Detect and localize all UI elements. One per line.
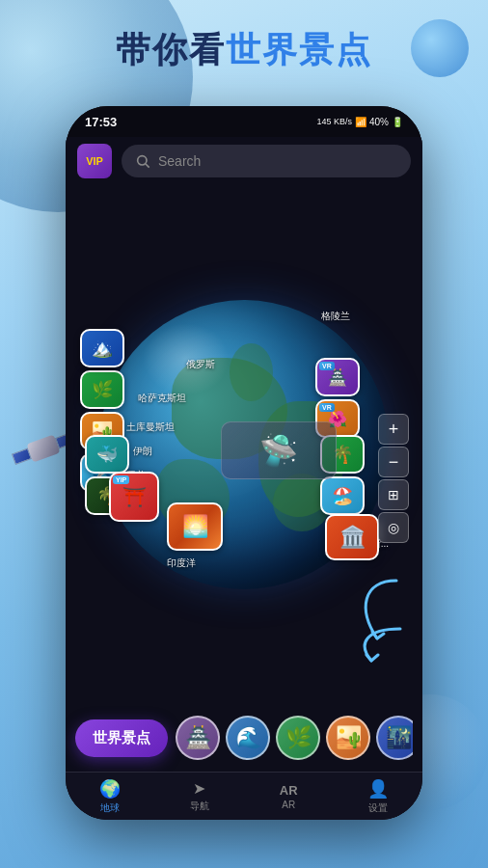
location-card-ocean[interactable]: 🐳 (85, 435, 129, 474)
label-greenland: 格陵兰 (321, 310, 350, 323)
category-desert[interactable]: 🏜️ (326, 716, 370, 760)
status-bar: 17:53 145 KB/s 📶 40% 🔋 (66, 106, 422, 137)
location-card-opera[interactable]: 🏛️ (325, 514, 379, 560)
svg-line-1 (146, 164, 149, 168)
location-card-vr1[interactable]: 🏯 VR (315, 358, 360, 396)
kb-indicator: 145 KB/s (316, 117, 352, 126)
category-bar: 世界景点 🏯 🌊 🌿 🏜️ 🌃 (66, 704, 422, 772)
zoom-in-button[interactable]: + (378, 414, 409, 445)
earth-nav-icon: 🌍 (99, 778, 121, 800)
svg-point-0 (138, 156, 147, 165)
ar-nav-label: AR (282, 800, 295, 810)
sunset-card[interactable]: 🌅 (167, 502, 223, 551)
world-spots-button[interactable]: 世界景点 (75, 719, 168, 757)
search-bar[interactable]: Search (122, 145, 411, 177)
cards-group-bottom-right: 🏛️ (325, 514, 379, 560)
bottom-nav: 🌍 地球 ➤ 导航 AR AR 👤 设置 (66, 772, 422, 820)
yip-card[interactable]: ⛩️ YIP (109, 472, 159, 522)
space-station-overlay: 🛸 (221, 421, 337, 479)
nav-ar[interactable]: AR AR (244, 783, 334, 810)
globe-wrapper: 格陵兰 俄罗斯 哈萨克斯坦 土库曼斯坦 伊朗 亚美 也门 印度洋 巴布亚新...… (90, 281, 398, 609)
ar-nav-icon: AR (280, 783, 298, 798)
location-card-forest[interactable]: 🌿 (80, 370, 124, 409)
top-bar: VIP Search (66, 137, 422, 185)
category-ancient[interactable]: 🏯 (176, 716, 220, 760)
category-circles: 🏯 🌊 🌿 🏜️ 🌃 (176, 716, 413, 760)
nav-navigate[interactable]: ➤ 导航 (155, 779, 245, 813)
navigate-nav-label: 导航 (190, 800, 209, 813)
expand-button[interactable]: ⊞ (378, 479, 409, 510)
vip-badge[interactable]: VIP (77, 144, 112, 178)
navigate-nav-icon: ➤ (193, 779, 205, 798)
nav-earth[interactable]: 🌍 地球 (66, 778, 155, 815)
label-kazakhstan: 哈萨克斯坦 (138, 392, 186, 405)
status-icons: 145 KB/s 📶 40% 🔋 (316, 117, 403, 127)
zoom-out-button[interactable]: − (378, 447, 409, 477)
search-icon (135, 153, 150, 169)
vr-badge: VR (319, 362, 335, 370)
yip-label: YIP (113, 475, 129, 484)
location-card-beach[interactable]: 🏖️ (320, 476, 365, 515)
category-city[interactable]: 🌃 (376, 716, 413, 760)
locate-button[interactable]: ◎ (378, 512, 409, 543)
earth-nav-label: 地球 (100, 801, 120, 815)
category-nature[interactable]: 🌿 (276, 716, 320, 760)
search-placeholder: Search (158, 153, 201, 169)
label-russia: 俄罗斯 (186, 358, 215, 371)
battery-icon: 🔋 (392, 117, 403, 127)
page-title: 带你看世界景点 (0, 27, 488, 74)
location-card-aurora[interactable]: 🏔️ (80, 329, 124, 367)
category-sea[interactable]: 🌊 (226, 716, 270, 760)
label-ocean: 印度洋 (167, 556, 196, 570)
label-turkmenistan: 土库曼斯坦 (126, 420, 175, 434)
vr-badge-2: VR (319, 403, 335, 412)
map-controls: + − ⊞ ◎ (378, 414, 409, 543)
battery-text: 40% (369, 117, 389, 127)
signal-icon: 📶 (355, 117, 366, 127)
status-time: 17:53 (85, 115, 117, 129)
phone-frame: 17:53 145 KB/s 📶 40% 🔋 VIP Search (66, 106, 422, 820)
nav-settings[interactable]: 👤 设置 (334, 778, 423, 815)
phone-screen: VIP Search (66, 137, 422, 820)
settings-nav-icon: 👤 (367, 778, 389, 800)
settings-nav-label: 设置 (368, 801, 388, 815)
label-iran: 伊朗 (133, 445, 152, 458)
arrow-decoration-2 (352, 624, 405, 663)
